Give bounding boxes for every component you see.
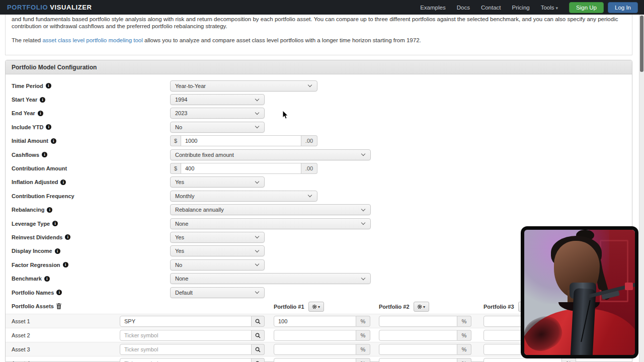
info-icon[interactable]: i [55,248,60,254]
search-icon [255,347,261,352]
row-inflation-adjusted: Inflation Adjustedi Yes [6,175,632,189]
start-year-select[interactable]: 1994 [170,94,265,105]
ticker-search-button[interactable] [252,316,265,327]
percent-suffix: % [457,358,471,362]
login-button[interactable]: Log In [608,2,638,13]
end-year-select[interactable]: 2023 [170,108,265,119]
field-label: Display Incomei [6,248,170,254]
nav-tools[interactable]: Tools▾ [541,5,558,11]
trash-icon[interactable] [56,303,61,309]
portfolio1-gear-button[interactable]: ▾ [308,302,324,312]
percent-suffix: % [356,316,370,327]
asset-label: Asset 3 [12,346,30,352]
row-rebalancing: Rebalancingi Rebalance annually [6,203,632,217]
asset4-p2-percent-input[interactable] [379,358,457,362]
info-icon[interactable]: i [51,138,56,144]
info-icon[interactable]: i [38,111,43,116]
modeling-tool-link[interactable]: asset class level portfolio modeling too… [42,37,142,43]
chevron-down-icon [255,179,259,184]
portfolio-names-select[interactable]: Default [170,287,265,298]
ticker-group [120,358,265,362]
scrollbar-thumb[interactable] [640,16,643,72]
brand-part2: VISUALIZER [50,4,92,11]
brand-part1: PORTFOLIO [7,4,48,11]
page-scrollbar[interactable] [639,15,644,362]
info-icon[interactable]: i [42,152,47,157]
signup-button[interactable]: Sign Up [569,2,604,13]
p1-percent-group: % [274,316,370,327]
asset4-p1-percent-input[interactable] [274,358,356,362]
field-label: Factor Regressioni [6,262,170,268]
asset3-ticker-input[interactable] [120,344,252,355]
asset4-p3-percent-input[interactable] [484,358,562,362]
percent-suffix: % [562,358,576,362]
p2-percent-group: % [379,330,471,341]
ticker-group [120,330,265,341]
asset1-p1-percent-input[interactable] [274,316,356,327]
time-period-select[interactable]: Year-to-Year [170,80,317,92]
percent-suffix: % [457,316,471,327]
asset2-p2-percent-input[interactable] [379,330,457,341]
nav-contact[interactable]: Contact [481,5,501,11]
benchmark-select[interactable]: None [170,273,371,284]
asset4-ticker-input[interactable] [120,358,252,362]
contribution-frequency-select[interactable]: Monthly [170,191,317,202]
mouse-cursor [282,110,289,120]
rebalancing-select[interactable]: Rebalance annually [170,204,371,215]
factor-regression-select[interactable]: No [170,259,265,270]
brand-logo[interactable]: PORTFOLIOVISUALIZER [7,4,92,11]
chevron-down-icon [255,290,259,294]
field-label: Rebalancingi [6,207,170,213]
contribution-amount-input[interactable] [181,163,301,174]
asset1-p2-percent-input[interactable] [379,316,457,327]
chevron-down-icon [255,234,259,238]
nav-examples[interactable]: Examples [420,5,446,11]
field-label: Inflation Adjustedi [6,179,170,185]
dollar-prefix: $ [170,135,181,146]
info-icon[interactable]: i [46,124,51,130]
info-icon[interactable]: i [46,83,51,88]
chevron-down-icon [361,207,365,211]
info-icon[interactable]: i [56,290,62,295]
ticker-search-button[interactable] [252,358,265,362]
portfolio2-header: Portfolio #2 ▾ [379,302,429,312]
portfolio2-gear-button[interactable]: ▾ [414,302,429,312]
row-end-year: End Yeari 2023 [6,107,632,120]
include-ytd-select[interactable]: No [170,122,265,133]
ticker-search-button[interactable] [252,330,265,341]
display-income-select[interactable]: Yes [170,245,265,256]
nav-docs[interactable]: Docs [457,5,470,11]
portfolio-assets-label: Portfolio Assets [12,303,61,309]
cents-suffix: .00 [301,135,317,146]
asset2-p1-percent-input[interactable] [274,330,356,341]
reinvest-dividends-select[interactable]: Yes [170,232,265,243]
asset3-p1-percent-input[interactable] [274,344,356,355]
chevron-down-icon [308,83,312,87]
info-icon[interactable]: i [44,276,50,282]
portfolio1-header: Portfolio #1 ▾ [274,302,324,312]
ticker-search-button[interactable] [252,344,265,355]
p2-percent-group: % [379,358,471,362]
info-icon[interactable]: i [60,179,66,185]
info-icon[interactable]: i [63,262,68,267]
nav-pricing[interactable]: Pricing [512,5,530,11]
row-contribution-frequency: Contribution Frequency Monthly [6,189,632,203]
percent-suffix: % [356,358,370,362]
info-icon[interactable]: i [52,221,58,226]
inflation-adjusted-select[interactable]: Yes [170,176,265,188]
chevron-down-icon [255,248,259,252]
asset3-p2-percent-input[interactable] [379,344,457,355]
asset-label: Asset 1 [12,318,30,324]
info-icon[interactable]: i [65,234,70,240]
asset1-ticker-input[interactable] [120,316,252,327]
contribution-amount-group: $ .00 [170,163,317,174]
info-icon[interactable]: i [40,97,45,103]
info-icon[interactable]: i [47,207,52,213]
cashflows-select[interactable]: Contribute fixed amount [170,149,371,160]
initial-amount-input[interactable] [181,135,301,146]
chevron-down-icon [255,262,259,266]
asset2-ticker-input[interactable] [120,330,252,341]
leverage-type-select[interactable]: None [170,218,371,229]
p1-percent-group: % [274,330,370,341]
row-initial-amount: Initial Amounti $ .00 [6,134,632,148]
